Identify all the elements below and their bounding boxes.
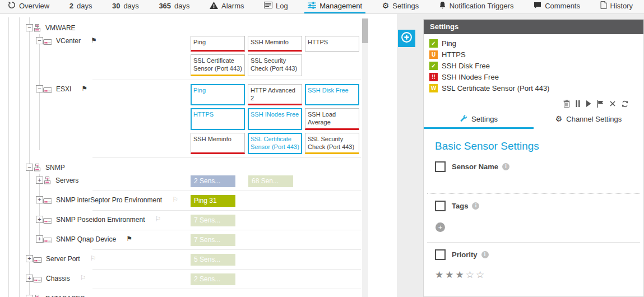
tree-node-label[interactable]: Servers [55, 177, 78, 184]
sensor-chip[interactable]: SSL Security Check (Port 443) [248, 54, 302, 76]
expand-icon[interactable]: + [36, 216, 43, 223]
field-label-wrap: Tagsi [452, 201, 479, 211]
sensor-count-badge[interactable]: 5 Sens... [191, 254, 235, 266]
sensor-chip[interactable]: SSH INodes Free [248, 108, 302, 130]
sensor-count-badge[interactable]: 2 Sens... [191, 273, 235, 285]
device-icon [43, 85, 52, 95]
sensor-count-badge[interactable]: 2 Sens... [191, 175, 235, 187]
add-tag-button[interactable]: + [435, 222, 445, 232]
tree-node-label[interactable]: Chassis [46, 275, 70, 282]
star-icon[interactable]: ☆ [476, 270, 486, 280]
selected-sensor-item[interactable]: ✓Ping [429, 39, 643, 48]
device-icon [43, 196, 52, 206]
info-icon[interactable]: i [472, 202, 479, 210]
trash-icon[interactable] [563, 100, 570, 108]
sensor-count-badge[interactable]: Ping 31 [191, 195, 235, 207]
sensor-count-badge[interactable]: 7 Sens... [191, 215, 235, 226]
sensor-chip[interactable]: SSL Certificate Sensor (Port 443) [191, 54, 245, 76]
sensor-chip[interactable]: SSH Meminfo [248, 36, 302, 52]
pause-icon[interactable] [576, 100, 580, 107]
tree-node-left: +Chassis⚐ [0, 272, 191, 287]
flag-icon[interactable]: ⚑ [91, 37, 97, 44]
refresh-icon[interactable] [621, 100, 629, 108]
sensor-chip[interactable]: Ping [191, 36, 245, 52]
tree-node-label[interactable]: DATABASES [45, 295, 85, 297]
flag-icon[interactable]: ⚐ [172, 196, 178, 203]
checkbox-priority[interactable] [435, 249, 446, 260]
collapse-icon[interactable]: − [26, 24, 33, 31]
tree-node-left: −ESXI⚑ [0, 82, 191, 156]
nav-tab-label: Overview [19, 2, 49, 10]
flag-icon[interactable]: ⚑ [81, 85, 87, 92]
nav-tab-30-days[interactable]: 30days [109, 0, 142, 13]
flag-icon[interactable]: ⚐ [80, 275, 86, 282]
nav-tab-365-days[interactable]: 365days [155, 0, 193, 13]
expand-icon[interactable]: + [36, 196, 43, 203]
sensor-chip[interactable]: HTTP Advanced 2 [248, 84, 302, 106]
field-label: Tags [452, 200, 468, 210]
star-icon[interactable]: ★ [445, 270, 455, 280]
info-icon[interactable]: i [481, 251, 489, 258]
tree-device-snmp-interseptor-pro-environment: +SNMP interSeptor Pro Environment⚐Ping 3… [0, 193, 397, 208]
sensor-chip[interactable]: Ping [191, 84, 245, 106]
tree-scrollbar-thumb[interactable] [362, 18, 368, 43]
play-icon[interactable] [586, 100, 591, 107]
expand-icon[interactable]: + [36, 177, 43, 184]
sensor-chip[interactable]: SSH Load Average [305, 108, 359, 130]
expand-icon[interactable]: + [26, 255, 33, 262]
sensor-chip[interactable]: SSL Security Check (Port 443) [305, 133, 359, 155]
sensor-chip[interactable]: HTTPS [305, 36, 359, 52]
collapse-icon[interactable]: − [26, 295, 33, 297]
sensor-chip[interactable]: SSL Certificate Sensor (Port 443) [248, 133, 302, 155]
selected-sensor-item[interactable]: !!SSH INodes Free [429, 73, 643, 81]
flag-icon[interactable]: ⚐ [155, 216, 161, 223]
sensor-name: HTTPS [442, 50, 466, 59]
tree-node-label[interactable]: SNMP interSeptor Pro Environment [56, 196, 162, 204]
add-sensor-button[interactable] [398, 30, 415, 47]
sensor-chip[interactable]: SSH Disk Free [305, 84, 359, 106]
flag-icon[interactable]: ⚐ [90, 255, 96, 262]
collapse-icon[interactable]: − [26, 164, 33, 171]
sensor-count-badge[interactable]: 68 Sen... [248, 175, 293, 187]
tree-node-label[interactable]: ESXI [56, 85, 71, 93]
panel-tab-channel-settings[interactable]: ⚙Channel Settings [534, 112, 643, 129]
panel-title: Settings [424, 20, 643, 34]
tree-node-label[interactable]: SNMP Poseidon Environment [56, 216, 145, 224]
checkbox-sensor-name[interactable] [435, 161, 446, 172]
nav-tab-settings[interactable]: ⚙Settings [379, 0, 423, 13]
nav-tab-alarms[interactable]: Alarms [206, 0, 247, 13]
tree-node-label[interactable]: VCenter [56, 37, 81, 45]
nav-tab-log[interactable]: Log [261, 0, 291, 13]
nav-tab-history[interactable]: History [597, 0, 636, 13]
flag-icon[interactable] [597, 100, 604, 108]
expand-icon[interactable]: + [36, 235, 43, 243]
flag-icon[interactable]: ⚑ [126, 235, 132, 243]
selected-sensor-item[interactable]: UHTTPS [429, 50, 643, 59]
tree-node-label[interactable]: Server Port [46, 255, 80, 263]
selected-sensor-item[interactable]: WSSL Certificate Sensor (Port 443) [429, 84, 643, 92]
star-icon[interactable]: ☆ [466, 270, 476, 280]
nav-tab-label: Settings [392, 2, 419, 10]
star-icon[interactable]: ★ [456, 270, 466, 280]
close-icon[interactable] [610, 101, 615, 106]
nav-tab-management[interactable]: Management [304, 0, 365, 13]
expand-icon[interactable]: + [26, 275, 33, 282]
star-icon[interactable]: ★ [435, 270, 445, 280]
info-icon[interactable]: i [502, 163, 509, 170]
collapse-icon[interactable]: − [36, 85, 43, 92]
tree-node-label[interactable]: SNMP Qnap Device [56, 235, 116, 243]
nav-tab-overview[interactable]: Overview [4, 0, 53, 13]
selected-sensor-item[interactable]: ✓SSH Disk Free [429, 62, 643, 70]
sensor-chip[interactable]: HTTPS [191, 108, 245, 130]
panel-tab-settings[interactable]: Settings [424, 112, 534, 129]
sensor-count-badge[interactable]: 7 Sens... [191, 234, 235, 246]
collapse-icon[interactable]: − [36, 37, 43, 44]
tree-node-label[interactable]: SNMP [45, 164, 65, 171]
tree-node-label[interactable]: VMWARE [45, 24, 76, 32]
nav-tab-notification-triggers[interactable]: Notification Triggers [435, 0, 517, 13]
nav-tab-2-days[interactable]: 2days [66, 0, 96, 13]
sensor-chip[interactable]: SSH Meminfo [191, 133, 245, 155]
tree-device-snmp-qnap-device: +SNMP Qnap Device⚑7 Sens... [0, 233, 397, 248]
checkbox-tags[interactable] [435, 201, 446, 211]
nav-tab-comments[interactable]: Comments [530, 0, 583, 13]
